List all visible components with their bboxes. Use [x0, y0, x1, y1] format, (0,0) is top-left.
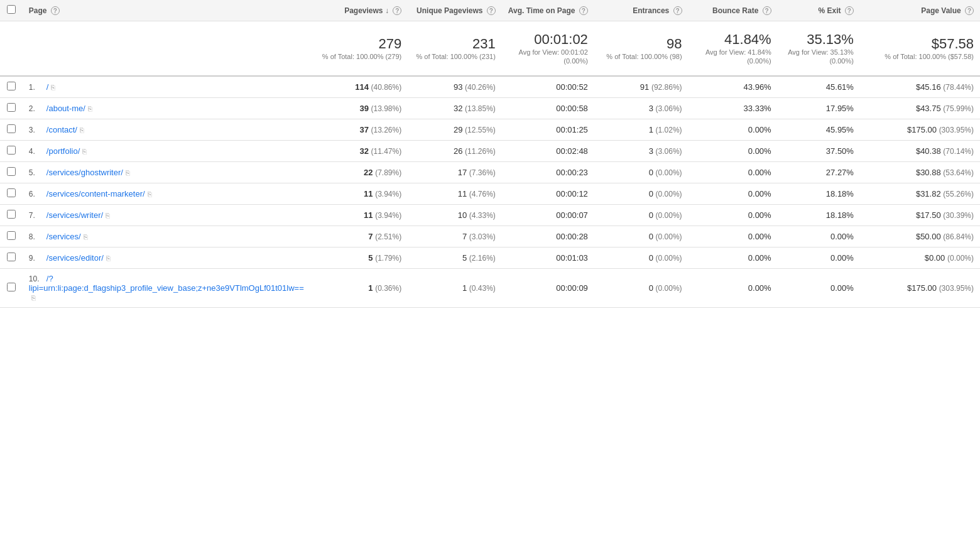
entrances-help-icon[interactable]: ?: [673, 6, 682, 15]
exit-help-icon[interactable]: ?: [845, 6, 854, 15]
select-all-checkbox[interactable]: [7, 5, 16, 14]
copy-icon[interactable]: ⎘: [80, 126, 84, 134]
copy-icon[interactable]: ⎘: [88, 105, 92, 112]
value-main: $0.00: [925, 253, 945, 263]
page-link[interactable]: /services/writer/: [46, 210, 103, 220]
pageviews-main: 114: [355, 82, 369, 92]
row-checkbox[interactable]: [7, 103, 16, 112]
row-exit-pct: 0.00%: [778, 226, 860, 247]
pageviews-pct: (11.47%): [371, 147, 402, 156]
row-checkbox[interactable]: [7, 283, 16, 291]
row-checkbox-cell[interactable]: [0, 226, 23, 247]
page-link[interactable]: /contact/: [46, 125, 77, 134]
value-main: $30.88: [916, 168, 941, 177]
row-checkbox[interactable]: [7, 82, 16, 90]
exit-header-label: % Exit: [819, 6, 841, 15]
page-link[interactable]: /services/editor/: [46, 253, 104, 263]
value-help-icon[interactable]: ?: [965, 6, 974, 15]
copy-icon[interactable]: ⎘: [82, 148, 87, 155]
row-checkbox-cell[interactable]: [0, 76, 23, 98]
select-all-header[interactable]: [0, 0, 23, 21]
entrances-pct: (0.00%): [656, 190, 682, 198]
entrances-header-label: Entrances: [633, 6, 669, 15]
row-checkbox[interactable]: [7, 124, 16, 133]
page-link[interactable]: /about-me/: [46, 104, 85, 113]
row-entrances: 0 (0.00%): [594, 162, 689, 183]
avgtime-column-header: Avg. Time on Page ?: [502, 0, 594, 21]
row-page-cell: 7./services/writer/⎘: [23, 205, 310, 226]
row-page-value: $40.38 (70.14%): [860, 141, 980, 162]
summary-page-cell: [23, 21, 310, 77]
row-checkbox-cell[interactable]: [0, 162, 23, 183]
page-link[interactable]: /?lipi=urn:li:page:d_flagship3_profile_v…: [29, 274, 304, 293]
row-checkbox-cell[interactable]: [0, 98, 23, 119]
page-link[interactable]: /portfolio/: [46, 146, 80, 156]
entrances-pct: (0.00%): [656, 168, 682, 177]
pageviews-main: 1: [368, 283, 373, 293]
row-checkbox[interactable]: [7, 231, 16, 240]
row-exit-pct: 0.00%: [778, 269, 860, 308]
copy-icon[interactable]: ⎘: [106, 212, 110, 219]
row-pageviews: 5 (1.79%): [310, 247, 408, 269]
row-exit-pct: 45.61%: [778, 76, 860, 98]
page-link[interactable]: /: [46, 82, 49, 92]
pageviews-pct: (2.51%): [375, 232, 401, 241]
sort-arrow-icon[interactable]: ↓: [385, 6, 389, 15]
page-header-label: Page: [29, 6, 47, 15]
pageviews-pct: (1.79%): [375, 254, 401, 263]
unique-main: 5: [462, 253, 467, 263]
row-checkbox[interactable]: [7, 188, 16, 197]
table-row: 2./about-me/⎘39 (13.98%)32 (13.85%)00:00…: [0, 98, 980, 119]
page-link[interactable]: /services/ghostwriter/: [46, 168, 123, 177]
entrances-pct: (92.86%): [651, 83, 682, 92]
entrances-main: 3: [649, 104, 653, 113]
row-checkbox[interactable]: [7, 167, 16, 176]
row-page-cell: 3./contact/⎘: [23, 119, 310, 141]
value-main: $17.50: [916, 210, 941, 220]
row-number: 6.: [29, 190, 46, 198]
row-checkbox[interactable]: [7, 210, 16, 219]
bounce-column-header: Bounce Rate ?: [689, 0, 778, 21]
copy-icon[interactable]: ⎘: [51, 84, 55, 91]
avgtime-help-icon[interactable]: ?: [579, 6, 588, 15]
copy-icon[interactable]: ⎘: [148, 190, 152, 198]
table-row: 10./?lipi=urn:li:page:d_flagship3_profil…: [0, 269, 980, 308]
page-link[interactable]: /services/content-marketer/: [46, 189, 145, 198]
entrances-pct: (1.02%): [656, 126, 682, 134]
row-pageviews: 11 (3.94%): [310, 205, 408, 226]
summary-pageviews-value: 279: [317, 36, 401, 52]
entrances-main: 91: [640, 82, 649, 92]
summary-avgtime-value: 00:01:02: [508, 31, 588, 48]
copy-icon[interactable]: ⎘: [84, 233, 88, 241]
copy-icon[interactable]: ⎘: [31, 294, 36, 302]
table-row: 5./services/ghostwriter/⎘22 (7.89%)17 (7…: [0, 162, 980, 183]
copy-icon[interactable]: ⎘: [126, 169, 130, 177]
copy-icon[interactable]: ⎘: [106, 254, 111, 262]
bounce-header-label: Bounce Rate: [712, 6, 758, 15]
row-page-value: $175.00 (303.95%): [860, 269, 980, 308]
summary-exit: 35.13% Avg for View: 35.13% (0.00%): [778, 21, 860, 77]
value-main: $175.00: [907, 125, 937, 134]
exit-column-header: % Exit ?: [778, 0, 860, 21]
unique-main: 29: [454, 125, 462, 134]
pageviews-help-icon[interactable]: ?: [393, 6, 401, 15]
value-pct: (0.00%): [947, 254, 974, 263]
row-checkbox-cell[interactable]: [0, 119, 23, 141]
page-help-icon[interactable]: ?: [51, 6, 60, 15]
row-checkbox[interactable]: [7, 146, 16, 155]
unique-help-icon[interactable]: ?: [487, 6, 496, 15]
row-checkbox-cell[interactable]: [0, 269, 23, 308]
row-checkbox-cell[interactable]: [0, 247, 23, 269]
bounce-help-icon[interactable]: ?: [763, 6, 771, 15]
row-checkbox-cell[interactable]: [0, 183, 23, 205]
pageviews-main: 5: [368, 253, 373, 263]
summary-pageviews-sub: % of Total: 100.00% (279): [322, 53, 401, 60]
summary-checkbox-cell: [0, 21, 23, 77]
summary-bounce-sub: Avg for View: 41.84% (0.00%): [705, 48, 771, 65]
row-number: 10.: [29, 274, 46, 283]
row-checkbox-cell[interactable]: [0, 141, 23, 162]
row-checkbox-cell[interactable]: [0, 205, 23, 226]
page-link[interactable]: /services/: [46, 232, 81, 241]
pageviews-pct: (7.89%): [375, 168, 401, 177]
row-checkbox[interactable]: [7, 253, 16, 261]
